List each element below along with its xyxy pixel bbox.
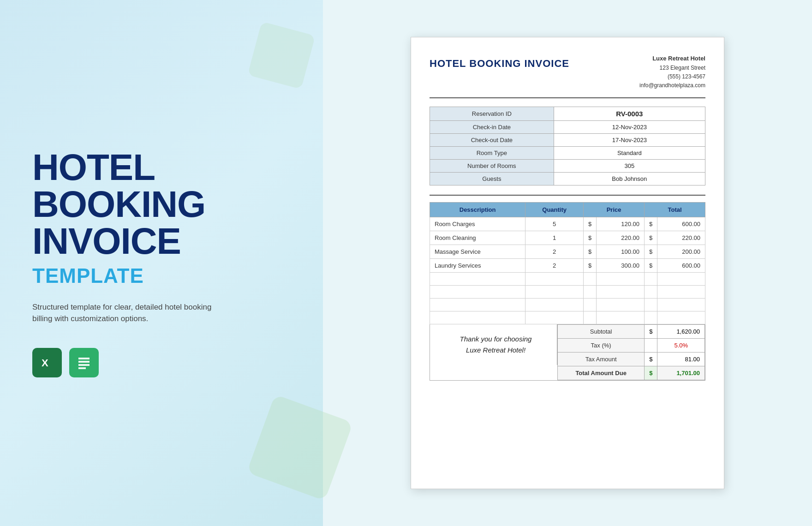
thank-you-box: Thank you for choosingLuxe Retreat Hotel… [430,324,557,365]
tax-dollar [645,339,657,353]
hotel-phone: (555) 123-4567 [639,72,705,81]
item-total-dollar: $ [645,217,657,231]
room-type-value: Standard [554,147,705,160]
res-value: RV-0003 [554,107,705,121]
col-description: Desscription [430,203,525,217]
item-price-dollar: $ [584,259,597,273]
item-price: 300.00 [597,259,645,273]
item-price: 220.00 [597,231,645,245]
table-row: Check-out Date 17-Nov-2023 [430,134,705,147]
item-qty: 1 [525,231,584,245]
invoice-header: HOTEL BOOKING INVOICE Luxe Retreat Hotel… [430,54,705,90]
item-total-dollar: $ [645,245,657,259]
item-price: 100.00 [597,245,645,259]
checkout-label: Check-out Date [430,134,554,147]
room-type-label: Room Type [430,147,554,160]
tax-value: 5.0% [657,339,705,353]
tax-amount-dollar: $ [645,353,657,366]
main-title: HOTEL BOOKING INVOICE [32,149,291,260]
item-desc: Room Cleaning [430,231,525,245]
tax-percent-row: Tax (%) 5.0% [558,339,705,353]
item-row: Room Charges 5 $ 120.00 $ 600.00 [430,217,705,231]
item-price: 120.00 [597,217,645,231]
item-total: 200.00 [657,245,705,259]
col-quantity: Quantity [525,203,584,217]
checkin-label: Check-in Date [430,121,554,134]
hotel-email: info@grandhotelplaza.com [639,81,705,90]
item-price-dollar: $ [584,217,597,231]
svg-rect-6 [78,367,86,369]
items-table: Desscription Quantity Price Total Room C… [430,202,705,324]
empty-row [430,286,705,299]
invoice-title: HOTEL BOOKING INVOICE [430,58,569,70]
tax-amount-value: 81.00 [657,353,705,366]
invoice-document: HOTEL BOOKING INVOICE Luxe Retreat Hotel… [411,37,724,489]
right-panel: HOTEL BOOKING INVOICE Luxe Retreat Hotel… [323,0,812,526]
item-desc: Laundry Services [430,259,525,273]
guests-label: Guests [430,173,554,185]
item-total: 220.00 [657,231,705,245]
col-total: Total [645,203,705,217]
table-row: Reservation ID RV-0003 [430,107,705,121]
section-divider [430,195,705,196]
item-total: 600.00 [657,259,705,273]
tax-amount-row: Tax Amount $ 81.00 [558,353,705,366]
item-price-dollar: $ [584,231,597,245]
empty-row [430,273,705,286]
item-qty: 2 [525,259,584,273]
item-row: Massage Service 2 $ 100.00 $ 200.00 [430,245,705,259]
empty-row [430,299,705,311]
checkin-value: 12-Nov-2023 [554,121,705,134]
table-row: Number of Rooms 305 [430,160,705,173]
item-desc: Massage Service [430,245,525,259]
thank-you-text: Thank you for choosingLuxe Retreat Hotel… [460,334,532,356]
item-desc: Room Charges [430,217,525,231]
num-rooms-value: 305 [554,160,705,173]
tax-label: Tax (%) [558,339,645,353]
hotel-address: 123 Elegant Street [639,64,705,72]
subtitle: TEMPLATE [32,264,291,287]
summary-section: Thank you for choosingLuxe Retreat Hotel… [430,324,705,381]
table-row: Room Type Standard [430,147,705,160]
sheets-icon [69,348,99,377]
table-header-row: Desscription Quantity Price Total [430,203,705,217]
total-value: 1,701.00 [657,366,705,380]
item-row: Laundry Services 2 $ 300.00 $ 600.00 [430,259,705,273]
subtotal-dollar: $ [645,325,657,339]
total-dollar: $ [645,366,657,380]
svg-rect-4 [78,361,90,363]
col-price: Price [584,203,645,217]
subtotal-row: Subtotal $ 1,620.00 [558,325,705,339]
hotel-info: Luxe Retreat Hotel 123 Elegant Street (5… [639,54,705,90]
description: Structured template for clear, detailed … [32,301,226,325]
left-panel: HOTEL BOOKING INVOICE TEMPLATE Structure… [0,0,323,526]
table-row: Guests Bob Johnson [430,173,705,185]
hotel-name: Luxe Retreat Hotel [639,54,705,64]
guests-value: Bob Johnson [554,173,705,185]
tax-amount-label: Tax Amount [558,353,645,366]
item-row: Room Cleaning 1 $ 220.00 $ 220.00 [430,231,705,245]
subtotal-label: Subtotal [558,325,645,339]
totals-table: Subtotal $ 1,620.00 Tax (%) 5.0% Tax Amo… [557,324,705,380]
empty-row [430,311,705,324]
table-row: Check-in Date 12-Nov-2023 [430,121,705,134]
app-icons-row: X [32,348,291,377]
checkout-value: 17-Nov-2023 [554,134,705,147]
svg-text:X: X [42,357,48,369]
svg-rect-5 [78,364,90,366]
item-total-dollar: $ [645,259,657,273]
totals-box: Subtotal $ 1,620.00 Tax (%) 5.0% Tax Amo… [557,324,705,380]
num-rooms-label: Number of Rooms [430,160,554,173]
excel-icon: X [32,348,62,377]
item-qty: 5 [525,217,584,231]
svg-rect-3 [78,358,90,359]
res-label: Reservation ID [430,107,554,121]
item-qty: 2 [525,245,584,259]
reservation-table: Reservation ID RV-0003 Check-in Date 12-… [430,107,705,185]
total-row: Total Amount Due $ 1,701.00 [558,366,705,380]
total-label: Total Amount Due [558,366,645,380]
item-total-dollar: $ [645,231,657,245]
item-total: 600.00 [657,217,705,231]
header-divider [430,97,705,98]
item-price-dollar: $ [584,245,597,259]
